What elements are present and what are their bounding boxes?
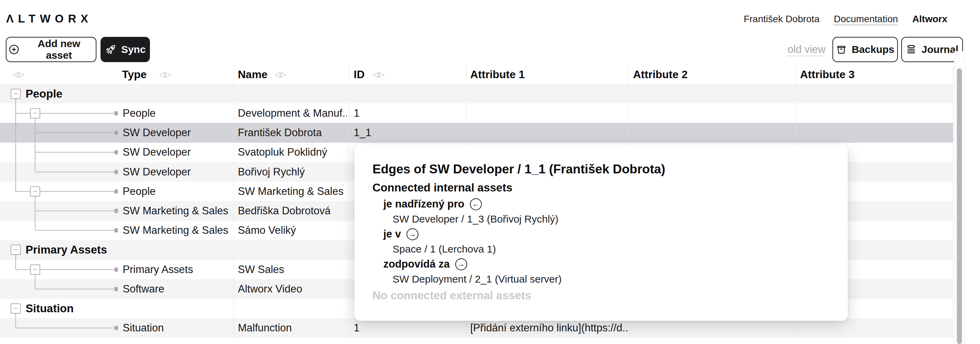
tree-node-cap	[115, 267, 118, 272]
rocket-icon	[105, 44, 116, 55]
journal-button[interactable]: Journal	[901, 37, 963, 62]
scrollbar-track[interactable]	[954, 51, 965, 344]
tree-line	[35, 162, 35, 172]
storage-box-icon	[836, 44, 847, 55]
tree-line	[15, 99, 16, 104]
tree-collapse-box[interactable]: −	[30, 186, 40, 197]
journal-label: Journal	[921, 44, 958, 55]
column-header-attribute-3[interactable]: Attribute 3	[800, 65, 854, 84]
tree-node-cap	[115, 326, 118, 330]
cell-type: SW Developer	[123, 162, 191, 182]
cell-id: 1	[354, 318, 360, 338]
cell-name: Altworx Video	[238, 279, 302, 299]
column-header-name[interactable]: Name	[238, 65, 267, 84]
arrow-left-circle-icon: ←	[470, 198, 482, 210]
tree-line	[35, 211, 115, 211]
edge-label-text: je v	[383, 228, 401, 240]
cell-attribute-1: [Přidání externího linku](https://d...	[470, 318, 628, 338]
edge-label: je nadřízený pro ←	[383, 196, 834, 212]
tree-collapse-box[interactable]: −	[11, 245, 21, 255]
sort-icons-name[interactable]: ◁▷	[275, 65, 287, 84]
tree-line	[16, 269, 30, 270]
toolbar: Add new asset Sync old view Backups	[0, 37, 980, 62]
column-header-type[interactable]: Type	[122, 65, 146, 84]
tree-line	[15, 314, 16, 318]
sort-icons-id[interactable]: ◁▷	[373, 65, 385, 84]
sync-label: Sync	[121, 44, 146, 55]
tree-line	[15, 123, 16, 142]
tree-line	[15, 318, 16, 328]
tree-line	[35, 230, 115, 231]
sort-icons-type[interactable]: ◁▷	[159, 65, 172, 84]
table-row[interactable]: SW DeveloperFrantišek Dobrota1_1	[0, 123, 953, 142]
group-label: Situation	[25, 299, 73, 318]
tree-node-cap	[115, 131, 118, 135]
tree-node-cap	[115, 189, 118, 194]
column-header-attribute-2[interactable]: Attribute 2	[633, 65, 687, 84]
cell-type: Primary Assets	[123, 260, 193, 279]
backups-button[interactable]: Backups	[832, 37, 898, 62]
tree-line	[35, 221, 35, 231]
top-nav: František Dobrota Documentation Altworx	[743, 14, 947, 24]
tree-node-cap	[115, 228, 118, 232]
column-header-attribute-1[interactable]: Attribute 1	[470, 65, 525, 84]
cell-name: Svatopluk Poklidný	[238, 142, 327, 162]
tree-line	[35, 289, 115, 290]
edges-popup: Edges of SW Developer / 1_1 (František D…	[355, 144, 848, 321]
tree-line	[40, 113, 115, 114]
popup-external-note: No connected external assets	[372, 289, 834, 302]
tree-line	[16, 328, 115, 328]
table-row[interactable]: −PeopleDevelopment & Manuf...1	[0, 103, 953, 123]
plus-circle-icon	[8, 44, 19, 55]
column-border	[953, 65, 953, 338]
tree-node-cap	[115, 150, 118, 154]
cell-type: SW Marketing & Sales	[123, 201, 228, 221]
edge-target[interactable]: Space / 1 (Lerchova 1)	[393, 242, 834, 256]
tree-line	[15, 182, 16, 192]
tree-line	[35, 152, 115, 152]
cell-name: SW Marketing & Sales	[238, 182, 344, 201]
brand-link[interactable]: Altworx	[912, 14, 947, 24]
top-bar: ΛLTWORX František Dobrota Documentation …	[0, 0, 980, 31]
group-label: People	[25, 84, 62, 103]
user-name: František Dobrota	[743, 14, 819, 24]
sync-button[interactable]: Sync	[100, 37, 150, 62]
tree-collapse-box[interactable]: −	[30, 264, 40, 275]
tree-line	[35, 197, 35, 202]
tree-node-cap	[115, 111, 118, 115]
popup-internal-heading: Connected internal assets	[372, 181, 834, 194]
cell-name: František Dobrota	[238, 123, 322, 142]
arrow-right-circle-icon: →	[455, 258, 467, 270]
tree-line	[35, 279, 35, 289]
edge-target[interactable]: SW Deployment / 2_1 (Virtual server)	[393, 272, 834, 286]
old-view-link[interactable]: old view	[788, 42, 826, 57]
group-label: Primary Assets	[25, 240, 107, 260]
cell-type: People	[123, 182, 156, 201]
tree-collapse-box[interactable]: −	[11, 89, 21, 99]
column-border	[234, 65, 234, 338]
sort-icons-tree-column[interactable]: ◁▷	[13, 65, 25, 84]
tree-node-cap	[115, 287, 118, 291]
tree-collapse-box[interactable]: −	[30, 108, 40, 118]
tree-line	[35, 118, 35, 123]
group-row[interactable]: −People	[0, 84, 953, 103]
add-new-asset-label: Add new asset	[24, 38, 94, 61]
column-border	[349, 65, 349, 338]
cell-type: SW Developer	[123, 123, 191, 142]
edge-label-text: je nadřízený pro	[383, 198, 465, 210]
table-row[interactable]: SituationMalfunction1[Přidání externího …	[0, 318, 953, 338]
column-header-id[interactable]: ID	[354, 65, 364, 84]
tree-line	[35, 133, 115, 133]
edge-target[interactable]: SW Developer / 1_3 (Bořivoj Rychlý)	[393, 212, 834, 226]
scrollbar-thumb[interactable]	[957, 68, 962, 344]
tree-line	[35, 275, 35, 280]
arrow-right-circle-icon: →	[407, 228, 418, 240]
add-new-asset-button[interactable]: Add new asset	[6, 37, 96, 62]
cell-name: Malfunction	[238, 318, 292, 338]
cell-type: SW Developer	[123, 142, 191, 162]
documentation-link[interactable]: Documentation	[834, 14, 898, 24]
tree-line	[40, 269, 115, 270]
tree-collapse-box[interactable]: −	[11, 303, 21, 314]
tree-line	[15, 255, 16, 260]
journal-lines-icon	[906, 44, 916, 55]
